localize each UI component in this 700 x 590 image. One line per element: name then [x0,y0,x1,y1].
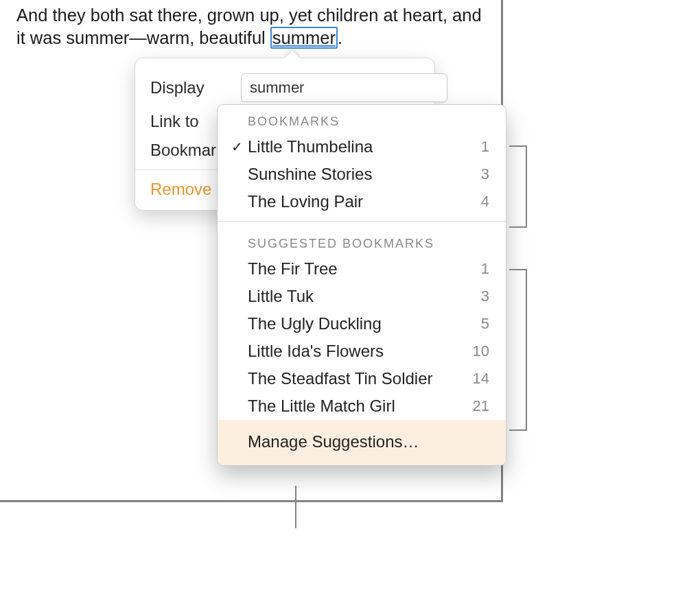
bookmark-name: The Loving Pair [248,192,473,211]
suggested-count: 14 [465,370,489,388]
suggested-count: 3 [473,287,489,305]
callout-bracket-suggested [509,269,527,431]
suggested-name: The Ugly Duckling [248,314,473,333]
bookmark-count: 4 [473,193,489,211]
bookmark-item[interactable]: ✓ Little Thumbelina 1 [218,133,506,161]
suggested-count: 21 [465,397,489,415]
linked-word-summer[interactable]: summer [270,27,338,49]
suggested-count: 5 [473,315,489,333]
bookmark-name: Little Thumbelina [248,137,473,156]
suggested-item[interactable]: Little Ida's Flowers 10 [218,338,506,365]
menu-divider [218,221,506,222]
checkmark-icon: ✓ [226,139,248,155]
paragraph-text: And they both sat there, grown up, yet c… [16,4,485,49]
bookmark-item[interactable]: The Loving Pair 4 [218,188,506,215]
bookmark-count: 3 [473,165,489,183]
popover-pointer-icon [283,50,300,58]
suggested-item[interactable]: Little Tuk 3 [218,283,506,310]
suggested-name: Little Tuk [248,287,473,306]
suggested-name: The Little Match Girl [248,397,465,416]
suggested-name: The Steadfast Tin Soldier [248,369,465,388]
bookmarks-list: ✓ Little Thumbelina 1 Sunshine Stories 3… [218,133,506,215]
callout-bracket-bookmarks [509,145,527,228]
bookmark-name: Sunshine Stories [248,165,473,184]
suggested-list: The Fir Tree 1 Little Tuk 3 The Ugly Duc… [218,255,506,420]
suggested-item[interactable]: The Ugly Duckling 5 [218,310,506,338]
suggested-name: Little Ida's Flowers [248,342,465,361]
callout-line-manage [295,486,296,528]
suggested-count: 10 [465,342,489,360]
display-label: Display [150,78,241,97]
suggested-name: The Fir Tree [248,259,473,279]
suggested-item[interactable]: The Fir Tree 1 [218,255,506,283]
manage-suggestions-button[interactable]: Manage Suggestions… [218,420,506,465]
suggested-section-header: SUGGESTED BOOKMARKS [218,227,506,255]
suggested-count: 1 [473,260,489,278]
paragraph-before: And they both sat there, grown up, yet c… [16,5,482,47]
suggested-item[interactable]: The Steadfast Tin Soldier 14 [218,365,506,392]
suggested-item[interactable]: The Little Match Girl 21 [218,392,506,420]
bookmark-count: 1 [473,138,489,156]
display-input[interactable] [241,73,447,102]
paragraph-after: . [338,28,342,47]
bookmark-item[interactable]: Sunshine Stories 3 [218,161,506,188]
bookmark-dropdown[interactable]: BOOKMARKS ✓ Little Thumbelina 1 Sunshine… [217,104,506,466]
remove-link-button[interactable]: Remove [150,180,211,198]
bookmarks-section-header: BOOKMARKS [218,105,506,133]
